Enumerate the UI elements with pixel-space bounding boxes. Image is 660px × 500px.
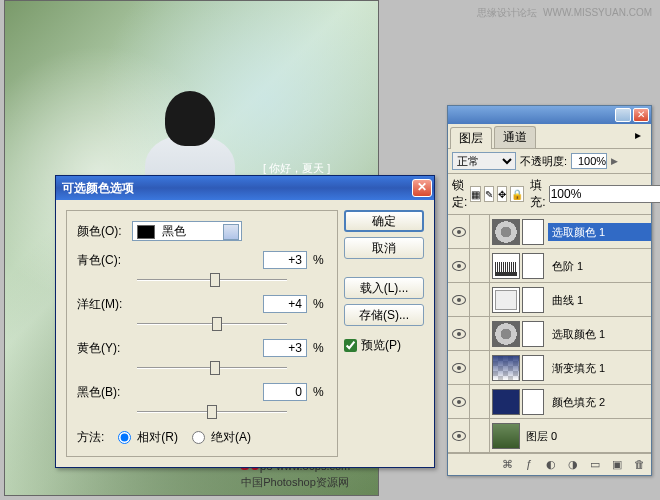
eye-icon [452, 397, 466, 407]
cyan-input[interactable] [263, 251, 307, 269]
color-dropdown[interactable]: 黑色 [132, 221, 242, 241]
photo-caption: [ 你好，夏天 ] [263, 161, 330, 176]
layer-thumbnail[interactable] [492, 321, 520, 347]
new-adjustment-icon[interactable]: ◑ [565, 458, 581, 472]
close-icon[interactable]: ✕ [412, 179, 432, 197]
layer-row[interactable]: 渐变填充 1 [448, 351, 651, 385]
layer-row[interactable]: 色阶 1 [448, 249, 651, 283]
yellow-input[interactable] [263, 339, 307, 357]
layer-mask-thumbnail[interactable] [522, 219, 544, 245]
panel-close-icon[interactable]: ✕ [633, 108, 649, 122]
opacity-label: 不透明度: [520, 154, 567, 169]
panel-menu-icon[interactable]: ▸ [627, 126, 649, 148]
dialog-title: 可选颜色选项 [62, 180, 412, 197]
layer-name[interactable]: 选取颜色 1 [548, 325, 651, 343]
visibility-toggle[interactable] [448, 385, 470, 418]
eye-icon [452, 227, 466, 237]
minimize-icon[interactable] [615, 108, 631, 122]
layer-thumbnail[interactable] [492, 389, 520, 415]
link-col[interactable] [470, 385, 490, 418]
black-slider[interactable] [137, 405, 287, 423]
layer-name[interactable]: 渐变填充 1 [548, 359, 651, 377]
cyan-slider[interactable] [137, 273, 287, 291]
layer-row[interactable]: 选取颜色 1 [448, 317, 651, 351]
tab-layers[interactable]: 图层 [450, 127, 492, 149]
link-layers-icon[interactable]: ⌘ [499, 458, 515, 472]
visibility-toggle[interactable] [448, 215, 470, 248]
layer-row[interactable]: 颜色填充 2 [448, 385, 651, 419]
link-col[interactable] [470, 249, 490, 282]
link-col[interactable] [470, 419, 490, 452]
lock-transparency-icon[interactable]: ▦ [470, 186, 481, 202]
layer-thumbnail[interactable] [492, 219, 520, 245]
opacity-flyout-icon[interactable]: ▶ [611, 156, 618, 166]
link-col[interactable] [470, 351, 490, 384]
new-group-icon[interactable]: ▭ [587, 458, 603, 472]
fill-input[interactable] [549, 185, 660, 203]
visibility-toggle[interactable] [448, 283, 470, 316]
layer-mask-thumbnail[interactable] [522, 355, 544, 381]
lock-all-icon[interactable]: 🔒 [510, 186, 524, 202]
relative-radio[interactable] [118, 431, 131, 444]
lock-position-icon[interactable]: ✥ [497, 186, 507, 202]
yellow-slider[interactable] [137, 361, 287, 379]
link-col[interactable] [470, 283, 490, 316]
fill-label: 填充: [530, 177, 545, 211]
layers-list: 选取颜色 1色阶 1曲线 1选取颜色 1渐变填充 1颜色填充 2图层 0 [448, 215, 651, 453]
visibility-toggle[interactable] [448, 419, 470, 452]
tab-channels[interactable]: 通道 [494, 126, 536, 148]
layer-mask-thumbnail[interactable] [522, 321, 544, 347]
lock-paint-icon[interactable]: ✎ [484, 186, 494, 202]
layer-thumbnail[interactable] [492, 355, 520, 381]
ok-button[interactable]: 确定 [344, 210, 424, 232]
load-button[interactable]: 载入(L)... [344, 277, 424, 299]
layer-name[interactable]: 色阶 1 [548, 257, 651, 275]
layer-name[interactable]: 颜色填充 2 [548, 393, 651, 411]
add-mask-icon[interactable]: ◐ [543, 458, 559, 472]
selective-color-dialog: 可选颜色选项 ✕ 颜色(O): 黑色 青色(C):% 洋红(M):% 黄色(Y)… [55, 175, 435, 468]
preview-checkbox[interactable] [344, 339, 357, 352]
link-col[interactable] [470, 215, 490, 248]
layer-style-icon[interactable]: ƒ [521, 458, 537, 472]
eye-icon [452, 431, 466, 441]
layer-thumbnail[interactable] [492, 253, 520, 279]
layer-name[interactable]: 图层 0 [522, 427, 651, 445]
cyan-label: 青色(C): [77, 252, 137, 269]
new-layer-icon[interactable]: ▣ [609, 458, 625, 472]
lock-label: 锁定: [452, 177, 467, 211]
layer-row[interactable]: 图层 0 [448, 419, 651, 453]
magenta-label: 洋红(M): [77, 296, 137, 313]
layer-row[interactable]: 曲线 1 [448, 283, 651, 317]
layer-row[interactable]: 选取颜色 1 [448, 215, 651, 249]
black-label: 黑色(B): [77, 384, 137, 401]
visibility-toggle[interactable] [448, 317, 470, 350]
dialog-titlebar[interactable]: 可选颜色选项 ✕ [56, 176, 434, 200]
magenta-slider[interactable] [137, 317, 287, 335]
visibility-toggle[interactable] [448, 351, 470, 384]
dialog-controls: 颜色(O): 黑色 青色(C):% 洋红(M):% 黄色(Y):% 黑色(B):… [66, 210, 338, 457]
save-button[interactable]: 存储(S)... [344, 304, 424, 326]
panel-footer: ⌘ ƒ ◐ ◑ ▭ ▣ 🗑 [448, 453, 651, 475]
layer-mask-thumbnail[interactable] [522, 389, 544, 415]
magenta-input[interactable] [263, 295, 307, 313]
panel-titlebar[interactable]: ✕ [448, 106, 651, 124]
layer-thumbnail[interactable] [492, 287, 520, 313]
visibility-toggle[interactable] [448, 249, 470, 282]
blend-mode-select[interactable]: 正常 [452, 152, 516, 170]
layer-name[interactable]: 曲线 1 [548, 291, 651, 309]
eye-icon [452, 295, 466, 305]
layer-name[interactable]: 选取颜色 1 [548, 223, 651, 241]
cancel-button[interactable]: 取消 [344, 237, 424, 259]
link-col[interactable] [470, 317, 490, 350]
eye-icon [452, 329, 466, 339]
method-label: 方法: [77, 429, 104, 446]
black-input[interactable] [263, 383, 307, 401]
opacity-input[interactable] [571, 153, 607, 169]
yellow-label: 黄色(Y): [77, 340, 137, 357]
eye-icon [452, 363, 466, 373]
layer-mask-thumbnail[interactable] [522, 287, 544, 313]
absolute-radio[interactable] [192, 431, 205, 444]
delete-layer-icon[interactable]: 🗑 [631, 458, 647, 472]
layer-mask-thumbnail[interactable] [522, 253, 544, 279]
layer-thumbnail[interactable] [492, 423, 520, 449]
